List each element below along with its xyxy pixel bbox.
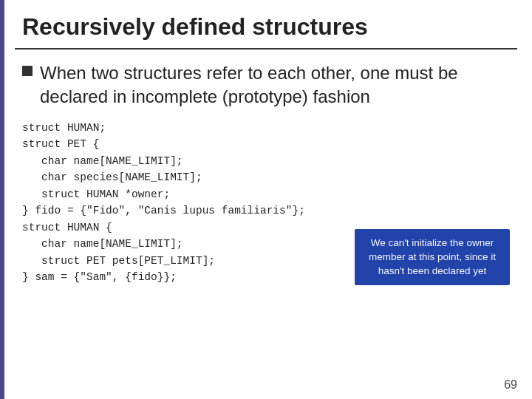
slide: Recursively defined structures When two … (0, 0, 532, 399)
bullet-icon (22, 66, 33, 76)
code-block: struct HUMAN; struct PET { char name[NAM… (15, 120, 517, 286)
code-line-1: struct HUMAN; (22, 120, 510, 136)
tooltip-text: We can't initialize the owner member at … (369, 237, 496, 276)
code-line-2: struct PET { (22, 136, 510, 152)
code-line-5: struct HUMAN *owner; (22, 186, 510, 202)
code-line-3: char name[NAME_LIMIT]; (22, 153, 510, 169)
left-bar-accent (0, 0, 4, 399)
title-area: Recursively defined structures (15, 0, 517, 50)
slide-title: Recursively defined structures (22, 13, 368, 40)
tooltip-box: We can't initialize the owner member at … (355, 229, 510, 286)
bullet-item: When two structures refer to each other,… (22, 61, 510, 109)
bullet-area: When two structures refer to each other,… (15, 61, 517, 109)
code-line-4: char species[NAME_LIMIT]; (22, 169, 510, 185)
code-line-6: } fido = {"Fido", "Canis lupus familiari… (22, 202, 510, 219)
page-number: 69 (504, 378, 517, 392)
bullet-text: When two structures refer to each other,… (40, 61, 510, 109)
